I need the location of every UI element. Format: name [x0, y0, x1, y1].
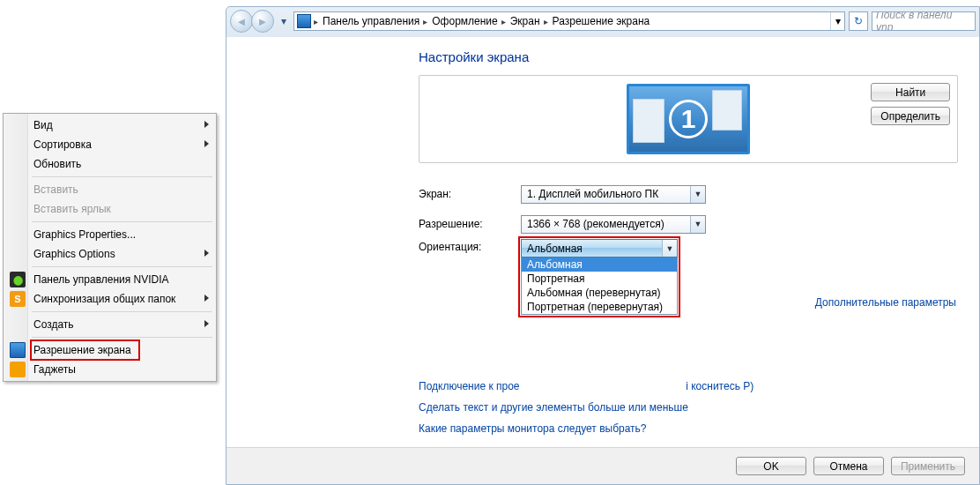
separator: [32, 311, 212, 312]
chevron-right-icon: [204, 121, 209, 128]
orientation-option[interactable]: Портретная: [522, 272, 677, 286]
projector-hint: Подключение к прое і коснитесь P): [419, 380, 958, 392]
resolution-select[interactable]: 1366 × 768 (рекомендуется) ▼: [521, 215, 706, 234]
breadcrumb[interactable]: Оформление: [428, 15, 501, 27]
orientation-option[interactable]: Альбомная (перевернутая): [522, 286, 677, 300]
separator: [32, 221, 212, 222]
chevron-right-icon: ▸: [501, 17, 506, 26]
gadget-icon: [10, 362, 26, 377]
which-settings-link[interactable]: Какие параметры монитора следует выбрать…: [419, 422, 958, 435]
orientation-label: Ориентация:: [419, 239, 521, 253]
orientation-option[interactable]: Портретная (перевернутая): [522, 300, 677, 314]
chevron-right-icon: [204, 140, 209, 147]
refresh-button[interactable]: ↻: [849, 11, 868, 31]
chevron-down-icon: ▼: [690, 186, 705, 203]
control-panel-icon: [297, 14, 311, 28]
sync-icon: S: [10, 291, 26, 307]
ctx-new[interactable]: Создать: [5, 315, 214, 334]
chevron-right-icon: ▸: [423, 17, 427, 26]
desktop-context-menu: Вид Сортировка Обновить Вставить Вставит…: [3, 113, 217, 382]
ctx-view[interactable]: Вид: [5, 116, 214, 135]
chevron-down-icon: ▼: [690, 216, 705, 233]
ctx-graphics-options[interactable]: Graphics Options: [5, 244, 214, 264]
chevron-right-icon: [204, 295, 209, 302]
orientation-option[interactable]: Альбомная: [522, 257, 677, 272]
separator: [32, 266, 212, 267]
monitor-thumbnail[interactable]: 1: [627, 84, 750, 154]
nvidia-icon: ⬤: [10, 272, 26, 287]
content-area: Настройки экрана 1 Найти Определить Экра…: [226, 37, 979, 484]
forward-button[interactable]: ►: [251, 10, 274, 33]
chevron-right-icon: [204, 320, 209, 327]
ctx-gadgets[interactable]: Гаджеты: [5, 360, 214, 379]
advanced-settings-link[interactable]: Дополнительные параметры: [815, 296, 956, 309]
cancel-button[interactable]: Отмена: [813, 457, 884, 475]
orientation-select[interactable]: Альбомная ▼: [521, 239, 678, 257]
detect-button[interactable]: Определить: [871, 107, 950, 125]
ctx-nvidia[interactable]: ⬤ Панель управления NVIDIA: [5, 270, 214, 289]
ctx-paste-shortcut: Вставить ярлык: [5, 199, 214, 219]
ctx-graphics-properties[interactable]: Graphics Properties...: [5, 225, 214, 244]
navigation-row: ◄ ► ▾ ▸ Панель управления ▸ Оформление ▸…: [226, 7, 979, 34]
history-dropdown[interactable]: ▾: [278, 11, 290, 31]
ctx-paste: Вставить: [5, 180, 214, 199]
ctx-sort[interactable]: Сортировка: [5, 135, 214, 154]
resolution-label: Разрешение:: [419, 218, 521, 230]
page-title: Настройки экрана: [419, 49, 958, 64]
breadcrumb[interactable]: Экран: [507, 15, 544, 27]
monitor-number-badge: 1: [669, 100, 708, 138]
ctx-sync-folders[interactable]: S Синхронизация общих папок: [5, 289, 214, 309]
chevron-right-icon: ▸: [544, 17, 548, 26]
address-bar[interactable]: ▸ Панель управления ▸ Оформление ▸ Экран…: [293, 11, 845, 31]
chevron-down-icon: ▼: [662, 240, 677, 257]
chevron-right-icon: ▸: [314, 17, 318, 26]
separator: [32, 337, 212, 338]
apply-button[interactable]: Применить: [891, 457, 965, 475]
search-placeholder: Поиск в панели упр: [876, 11, 971, 31]
monitor-icon: [10, 342, 26, 358]
find-button[interactable]: Найти: [871, 83, 950, 101]
dialog-footer: OK Отмена Применить: [226, 447, 979, 484]
separator: [32, 176, 212, 177]
ctx-refresh[interactable]: Обновить: [5, 154, 214, 174]
display-preview-pane: 1 Найти Определить: [419, 75, 958, 163]
ok-button[interactable]: OK: [736, 457, 806, 475]
orientation-dropdown-list: Альбомная Портретная Альбомная (переверн…: [521, 257, 678, 315]
screen-select[interactable]: 1. Дисплей мобильного ПК ▼: [521, 185, 706, 204]
search-input[interactable]: Поиск в панели упр: [872, 11, 976, 31]
ctx-screen-resolution[interactable]: Разрешение экрана: [5, 340, 214, 360]
screen-resolution-window: ◄ ► ▾ ▸ Панель управления ▸ Оформление ▸…: [226, 6, 980, 485]
screen-label: Экран:: [419, 188, 521, 200]
breadcrumb[interactable]: Разрешение экрана: [549, 15, 654, 27]
chevron-right-icon: [204, 250, 209, 257]
back-button[interactable]: ◄: [230, 10, 253, 33]
address-dropdown[interactable]: ▾: [830, 12, 844, 30]
text-size-link[interactable]: Сделать текст и другие элементы больше и…: [419, 401, 958, 414]
breadcrumb[interactable]: Панель управления: [319, 15, 423, 27]
orientation-highlight: Альбомная ▼ Альбомная Портретная Альбомн…: [521, 239, 678, 315]
